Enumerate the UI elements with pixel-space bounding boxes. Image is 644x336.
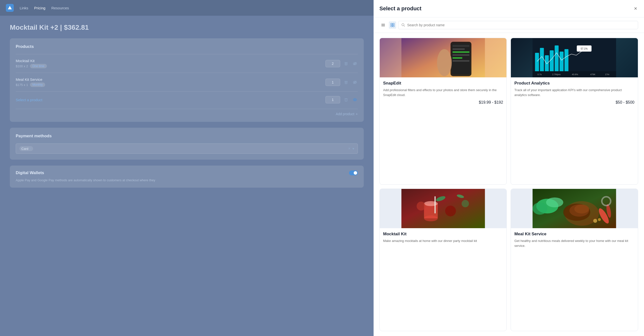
svg-rect-26 bbox=[452, 48, 465, 50]
modal-header: Select a product × bbox=[374, 0, 644, 18]
product-card-desc-analytics: Track all of your important application … bbox=[514, 88, 634, 97]
svg-point-31 bbox=[437, 49, 452, 76]
eye-select-button[interactable] bbox=[352, 97, 358, 103]
svg-rect-34 bbox=[540, 48, 544, 75]
svg-point-65 bbox=[546, 198, 564, 207]
svg-rect-19 bbox=[393, 25, 394, 27]
svg-rect-39 bbox=[565, 49, 568, 75]
payment-clear-icon[interactable]: × bbox=[348, 146, 350, 151]
search-container bbox=[398, 21, 638, 29]
product-card-name-snapedit: SnapEdit bbox=[383, 81, 503, 86]
page-title: Mocktail Kit +2 | $362.81 bbox=[10, 24, 364, 32]
product-qty-mocktail[interactable] bbox=[326, 60, 340, 67]
svg-rect-27 bbox=[452, 51, 469, 53]
svg-rect-6 bbox=[345, 81, 347, 84]
svg-rect-52 bbox=[434, 196, 436, 214]
payment-chips: Card × bbox=[20, 146, 33, 151]
svg-text:2.7Mpvs: 2.7Mpvs bbox=[552, 73, 561, 76]
svg-text:57.1%: 57.1% bbox=[581, 48, 588, 50]
product-card-analytics[interactable]: 57.1% 0.7s 2.7Mpvs 40.6% 479K 17m Produc… bbox=[511, 38, 638, 185]
nav-bar: Links Pricing Resources bbox=[0, 0, 374, 16]
digital-wallets-toggle[interactable] bbox=[349, 170, 358, 175]
hide-mealkit-button[interactable] bbox=[352, 79, 358, 85]
delete-mealkit-button[interactable] bbox=[343, 79, 349, 85]
svg-text:479K: 479K bbox=[590, 73, 596, 76]
svg-point-12 bbox=[354, 99, 356, 100]
product-image-snapedit bbox=[380, 38, 507, 77]
svg-point-62 bbox=[574, 204, 589, 214]
search-input[interactable] bbox=[407, 23, 635, 27]
card-chip: Card × bbox=[20, 146, 33, 151]
product-card-body-mocktail: Mocktail Kit Make amazing mocktails at h… bbox=[380, 228, 507, 250]
svg-point-64 bbox=[533, 202, 548, 215]
product-name-mocktail: Mocktail Kit bbox=[16, 59, 322, 63]
product-image-mealkit bbox=[511, 189, 638, 228]
product-price-mealkit: $175 x 1 bbox=[16, 83, 28, 87]
products-grid: SnapEdit Add professional filters and ef… bbox=[374, 33, 644, 336]
svg-rect-29 bbox=[452, 57, 462, 59]
modal-toolbar bbox=[374, 18, 644, 33]
chevron-down-icon[interactable]: ▾ bbox=[352, 147, 354, 150]
product-qty-mealkit[interactable] bbox=[326, 78, 340, 86]
svg-rect-30 bbox=[452, 60, 469, 62]
product-card-price-snapedit: $19.99 - $192 bbox=[383, 100, 503, 105]
nav-links[interactable]: Links bbox=[20, 6, 28, 10]
grid-view-button[interactable] bbox=[389, 21, 396, 29]
products-section-title: Products bbox=[16, 44, 358, 49]
product-card-desc-mocktail: Make amazing mocktails at home with our … bbox=[383, 238, 503, 244]
svg-point-68 bbox=[594, 219, 597, 223]
svg-rect-25 bbox=[452, 45, 469, 47]
product-image-analytics: 57.1% 0.7s 2.7Mpvs 40.6% 479K 17m bbox=[511, 38, 638, 77]
select-product-modal: Select a product × bbox=[374, 0, 644, 336]
svg-point-54 bbox=[445, 206, 456, 216]
product-card-body-analytics: Product Analytics Track all of your impo… bbox=[511, 77, 638, 108]
digital-wallets-section: Digital Wallets Apple Pay and Google Pay… bbox=[10, 166, 364, 188]
product-card-name-mealkit: Meal Kit Service bbox=[514, 232, 634, 236]
select-product-qty[interactable] bbox=[326, 96, 340, 104]
product-name-mealkit: Meal Kit Service bbox=[16, 77, 322, 82]
product-card-name-analytics: Product Analytics bbox=[514, 81, 634, 86]
product-row-mealkit: Meal Kit Service $175 x 1 Monthly bbox=[16, 73, 358, 91]
svg-text:0.7s: 0.7s bbox=[538, 73, 542, 76]
add-product-button[interactable]: Add product + bbox=[16, 109, 358, 116]
svg-rect-17 bbox=[393, 23, 394, 25]
left-panel: Links Pricing Resources Mocktail Kit +2 … bbox=[0, 0, 374, 336]
left-content: Mocktail Kit +2 | $362.81 Products Mockt… bbox=[0, 16, 374, 336]
product-price-mocktail: $100 x 2 bbox=[16, 64, 28, 68]
payment-methods-title: Payment methods bbox=[16, 134, 358, 138]
delete-select-button[interactable] bbox=[343, 97, 349, 103]
product-info-mealkit: Meal Kit Service $175 x 1 Monthly bbox=[16, 77, 322, 87]
svg-marker-0 bbox=[8, 6, 12, 9]
digital-wallets-title: Digital Wallets bbox=[16, 170, 44, 175]
plus-icon: + bbox=[356, 112, 358, 116]
product-badge-mocktail: One time bbox=[30, 64, 47, 68]
product-card-body-snapedit: SnapEdit Add professional filters and ef… bbox=[380, 77, 507, 108]
product-row-mocktail: Mocktail Kit $100 x 2 One time bbox=[16, 54, 358, 73]
hide-mocktail-button[interactable] bbox=[352, 61, 358, 66]
delete-mocktail-button[interactable] bbox=[343, 61, 349, 66]
modal-close-button[interactable]: × bbox=[633, 5, 638, 12]
list-view-button[interactable] bbox=[380, 21, 387, 29]
product-card-mocktail[interactable]: Mocktail Kit Make amazing mocktails at h… bbox=[380, 189, 507, 331]
svg-rect-1 bbox=[345, 63, 347, 65]
nav-resources[interactable]: Resources bbox=[51, 6, 69, 10]
card-chip-close[interactable]: × bbox=[29, 147, 31, 150]
search-icon bbox=[401, 23, 405, 27]
svg-rect-28 bbox=[452, 54, 469, 56]
payment-select-controls: × ▾ bbox=[348, 146, 354, 151]
digital-wallets-header: Digital Wallets bbox=[16, 170, 358, 175]
product-card-snapedit[interactable]: SnapEdit Add professional filters and ef… bbox=[380, 38, 507, 185]
product-card-price-analytics: $50 - $500 bbox=[514, 100, 634, 105]
product-card-mealkit[interactable]: Meal Kit Service Get healthy and nutriti… bbox=[511, 189, 638, 331]
product-card-body-mealkit: Meal Kit Service Get healthy and nutriti… bbox=[511, 228, 638, 254]
svg-point-55 bbox=[462, 200, 469, 207]
svg-point-53 bbox=[416, 202, 426, 210]
select-product-link[interactable]: Select a product bbox=[16, 98, 322, 102]
payment-method-select[interactable]: Card × × ▾ bbox=[16, 144, 358, 154]
svg-point-51 bbox=[424, 201, 438, 206]
nav-pricing[interactable]: Pricing bbox=[34, 6, 46, 10]
svg-point-20 bbox=[402, 24, 404, 26]
svg-rect-11 bbox=[345, 99, 347, 101]
product-card-desc-snapedit: Add professional filters and effects to … bbox=[383, 88, 503, 97]
digital-wallets-description: Apple Pay and Google Pay methods are aut… bbox=[16, 178, 358, 183]
